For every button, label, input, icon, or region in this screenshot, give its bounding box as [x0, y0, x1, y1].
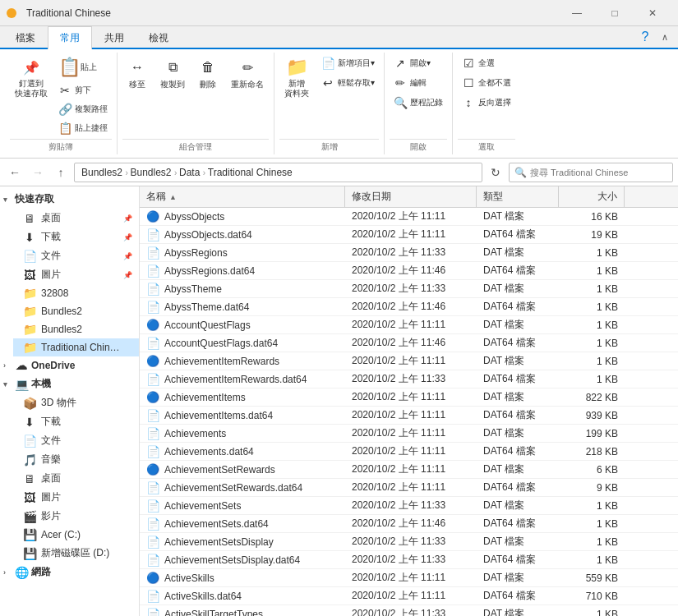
table-row[interactable]: 📄 Achievements 2020/10/2 上午 11:11 DAT 檔案…	[140, 425, 678, 443]
table-row[interactable]: 📄 ActiveSkills.dat64 2020/10/2 上午 11:11 …	[140, 587, 678, 605]
copy-path-button[interactable]: 🔗 複製路徑	[54, 100, 112, 118]
easy-access-button[interactable]: ↩ 輕鬆存取▾	[317, 74, 379, 92]
sidebar-item-pc-downloads[interactable]: ⬇ 下載	[13, 412, 139, 431]
invert-selection-button[interactable]: ↕ 反向選擇	[458, 94, 515, 112]
history-button[interactable]: 🔍 歷程記錄	[390, 94, 447, 112]
select-all-button[interactable]: ☑ 全選	[458, 54, 515, 72]
open-button[interactable]: ↗ 開啟▾	[390, 54, 447, 72]
close-button[interactable]: ✕	[634, 0, 671, 26]
sidebar-item-3dobjects[interactable]: 📦 3D 物件	[13, 393, 139, 412]
sidebar-item-documents[interactable]: 📄 文件 📌	[13, 246, 139, 265]
table-row[interactable]: 📄 AchievementItems.dat64 2020/10/2 上午 11…	[140, 407, 678, 425]
copy-to-button[interactable]: ⧉ 複製到	[155, 54, 190, 94]
table-row[interactable]: 📄 AbyssRegions.dat64 2020/10/2 上午 11:46 …	[140, 262, 678, 280]
pin-to-quickaccess-button[interactable]: 📌 釘選到快速存取	[10, 54, 53, 102]
file-type: DAT64 檔案	[477, 515, 559, 532]
tab-view[interactable]: 檢視	[136, 26, 181, 49]
sidebar-item-pc-desktop[interactable]: 🖥 桌面	[13, 469, 139, 488]
ribbon-group-new-content: 📁 新增資料夾 📄 新增項目▾ ↩ 輕鬆存取▾	[279, 53, 379, 139]
refresh-button[interactable]: ↻	[486, 163, 505, 182]
back-button[interactable]: ←	[5, 163, 25, 182]
sidebar-item-drive-d[interactable]: 💾 新增磁碟區 (D:)	[13, 544, 139, 563]
table-row[interactable]: 🔵 AchievementItemRewards 2020/10/2 上午 11…	[140, 352, 678, 370]
col-header-size[interactable]: 大小	[559, 186, 625, 207]
sidebar-item-pc-documents[interactable]: 📄 文件	[13, 431, 139, 450]
table-row[interactable]: 📄 AbyssObjects.dat64 2020/10/2 上午 11:11 …	[140, 226, 678, 244]
table-row[interactable]: 📄 AchievementSetsDisplay 2020/10/2 上午 11…	[140, 533, 678, 551]
path-bundles2[interactable]: Bundles2	[131, 167, 172, 178]
table-row[interactable]: 🔵 AchievementSetRewards 2020/10/2 上午 11:…	[140, 461, 678, 479]
sidebar-item-desktop[interactable]: 🖥 桌面 📌	[13, 209, 139, 228]
sidebar-section-onedrive[interactable]: › ☁ OneDrive	[0, 356, 139, 375]
table-row[interactable]: 🔵 ActiveSkills 2020/10/2 上午 11:11 DAT 檔案…	[140, 569, 678, 587]
table-row[interactable]: 📄 AchievementSets 2020/10/2 上午 11:33 DAT…	[140, 497, 678, 515]
sidebar-item-label: 32808	[41, 287, 68, 299]
table-row[interactable]: 📄 ActiveSkillTargetTypes 2020/10/2 上午 11…	[140, 605, 678, 616]
paste-icon: 📋	[59, 57, 79, 77]
tab-share[interactable]: 共用	[92, 26, 136, 49]
sidebar-section-quickaccess[interactable]: ▾ 快速存取	[0, 190, 139, 209]
maximize-button[interactable]: □	[596, 0, 634, 26]
up-button[interactable]: ↑	[51, 163, 71, 182]
file-type-icon: 🔵	[146, 319, 159, 331]
col-header-name[interactable]: 名稱 ▲	[140, 186, 345, 207]
help-button[interactable]: ?	[635, 27, 655, 47]
folder-traditional-chinese-icon: 📁	[23, 341, 36, 354]
table-row[interactable]: 🔵 AchievementItems 2020/10/2 上午 11:11 DA…	[140, 388, 678, 407]
search-input[interactable]	[530, 168, 667, 177]
cut-button[interactable]: ✂ 剪下	[54, 81, 112, 99]
search-box[interactable]: 🔍	[509, 163, 673, 182]
sidebar-item-pc-pictures[interactable]: 🖼 圖片	[13, 488, 139, 507]
file-type: DAT 檔案	[477, 244, 559, 261]
move-to-button[interactable]: ↔ 移至	[122, 54, 152, 94]
file-date: 2020/10/2 上午 11:33	[345, 370, 477, 388]
path-bundles2-root[interactable]: Bundles2	[81, 167, 122, 178]
sidebar-item-32808[interactable]: 📁 32808	[13, 284, 139, 302]
sidebar-item-pictures[interactable]: 🖼 圖片 📌	[13, 265, 139, 284]
minimize-button[interactable]: —	[558, 0, 596, 26]
file-date: 2020/10/2 上午 11:46	[345, 334, 477, 352]
tab-file[interactable]: 檔案	[3, 26, 48, 49]
select-none-button[interactable]: ☐ 全都不選	[458, 74, 515, 92]
ribbon-collapse-button[interactable]: ∧	[655, 27, 675, 47]
sidebar-item-traditional-chinese[interactable]: 📁 Traditional Chinese...	[13, 338, 139, 356]
col-header-type[interactable]: 類型	[477, 186, 559, 207]
path-data[interactable]: Data	[179, 167, 200, 178]
new-folder-button[interactable]: 📁 新增資料夾	[279, 54, 314, 102]
delete-button[interactable]: 🗑 刪除	[193, 54, 223, 94]
rename-button[interactable]: ✏ 重新命名	[226, 54, 269, 94]
table-row[interactable]: 📄 AchievementSets.dat64 2020/10/2 上午 11:…	[140, 515, 678, 533]
sidebar-item-bundles2-b[interactable]: 📁 Bundles2	[13, 320, 139, 338]
sidebar-item-downloads[interactable]: ⬇ 下載 📌	[13, 228, 139, 246]
sidebar-item-drive-c[interactable]: 💾 Acer (C:)	[13, 526, 139, 544]
sidebar-item-music[interactable]: 🎵 音樂	[13, 450, 139, 469]
table-row[interactable]: 🔵 AbyssObjects 2020/10/2 上午 11:11 DAT 檔案…	[140, 208, 678, 226]
tab-home[interactable]: 常用	[48, 26, 92, 49]
paste-button[interactable]: 📋 貼上	[54, 54, 112, 80]
file-type-icon: 📄	[146, 246, 159, 260]
file-type-icon: 📄	[146, 228, 159, 241]
table-row[interactable]: 📄 AbyssTheme.dat64 2020/10/2 上午 11:46 DA…	[140, 298, 678, 316]
address-path[interactable]: Bundles2 › Bundles2 › Data › Traditional…	[74, 163, 482, 182]
sidebar-section-thispc[interactable]: ▾ 💻 本機	[0, 375, 139, 393]
paste-shortcut-button[interactable]: 📋 貼上捷徑	[54, 119, 112, 137]
file-size: 1 KB	[559, 354, 625, 369]
table-row[interactable]: 🔵 AccountQuestFlags 2020/10/2 上午 11:11 D…	[140, 316, 678, 334]
new-item-button[interactable]: 📄 新增項目▾	[317, 54, 379, 72]
table-row[interactable]: 📄 AchievementSetsDisplay.dat64 2020/10/2…	[140, 551, 678, 569]
table-row[interactable]: 📄 AbyssRegions 2020/10/2 上午 11:33 DAT 檔案…	[140, 244, 678, 262]
table-row[interactable]: 📄 AccountQuestFlags.dat64 2020/10/2 上午 1…	[140, 334, 678, 352]
edit-button[interactable]: ✏ 編輯	[390, 74, 447, 92]
sidebar-item-videos[interactable]: 🎬 影片	[13, 507, 139, 526]
col-header-date[interactable]: 修改日期	[345, 186, 477, 207]
file-size: 1 KB	[559, 300, 625, 315]
table-row[interactable]: 📄 Achievements.dat64 2020/10/2 上午 11:11 …	[140, 443, 678, 461]
sidebar-item-bundles2-a[interactable]: 📁 Bundles2	[13, 302, 139, 320]
path-traditional-chinese[interactable]: Traditional Chinese	[208, 167, 293, 178]
table-row[interactable]: 📄 AchievementItemRewards.dat64 2020/10/2…	[140, 370, 678, 388]
table-row[interactable]: 📄 AchievementSetRewards.dat64 2020/10/2 …	[140, 479, 678, 497]
forward-button[interactable]: →	[28, 163, 48, 182]
sidebar-section-network[interactable]: › 🌐 網路	[0, 563, 139, 582]
sidebar-item-label: 3D 物件	[41, 396, 76, 410]
table-row[interactable]: 📄 AbyssTheme 2020/10/2 上午 11:33 DAT 檔案 1…	[140, 280, 678, 298]
